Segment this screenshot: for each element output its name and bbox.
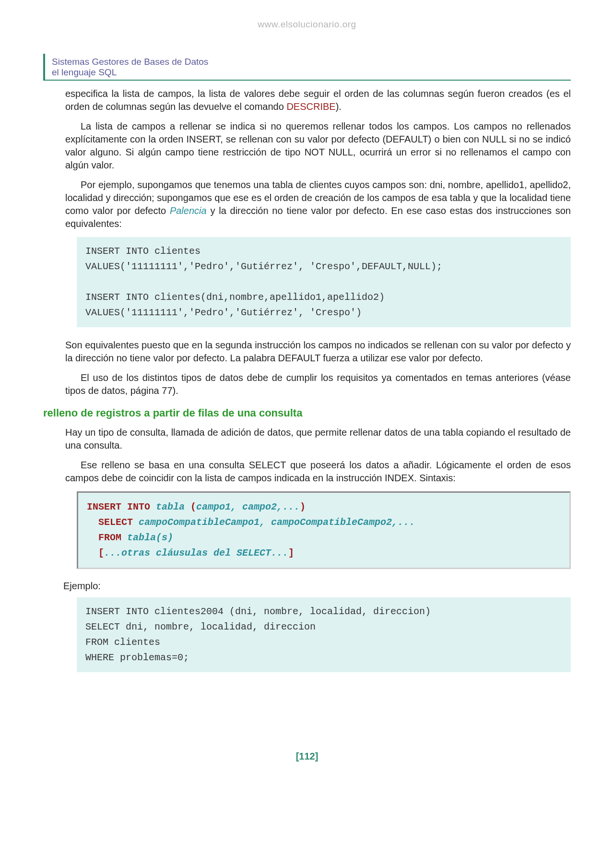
syntax-other-clauses: ...otras cláusulas del SELECT... <box>104 547 288 559</box>
page-content: especifica la lista de campos, la lista … <box>43 87 571 672</box>
header-title-1: Sistemas Gestores de Bases de Datos <box>52 57 571 67</box>
example-label: Ejemplo: <box>63 581 571 592</box>
syntax-select-fields: campoCompatibleCampo1, campoCompatibleCa… <box>133 517 415 528</box>
header-title-2: el lenguaje SQL <box>52 67 571 78</box>
paragraph-3: Por ejemplo, supongamos que tenemos una … <box>65 178 571 230</box>
syntax-block: INSERT INTO tabla (campo1, campo2,...) S… <box>77 491 571 569</box>
page-header: Sistemas Gestores de Bases de Datos el l… <box>43 54 571 81</box>
page-number: [112] <box>43 684 571 762</box>
text: ). <box>336 101 342 112</box>
paragraph-2: La lista de campos a rellenar se indica … <box>65 120 571 172</box>
kw-insert-into: INSERT INTO <box>87 501 150 512</box>
paragraph-7: Ese relleno se basa en una consulta SELE… <box>65 459 571 485</box>
code-example-1: INSERT INTO clientes VALUES('11111111','… <box>77 237 571 327</box>
kw-from: FROM <box>98 532 121 543</box>
paragraph-1: especifica la lista de campos, la lista … <box>65 87 571 113</box>
kw-select: SELECT <box>98 517 133 528</box>
punct-close: ) <box>300 501 306 512</box>
syntax-tabla: tabla <box>150 501 190 512</box>
keyword-palencia: Palencia <box>170 205 207 216</box>
syntax-from-tables: tabla(s) <box>121 532 173 543</box>
watermark-url: www.elsolucionario.org <box>43 19 571 54</box>
paragraph-6: Hay un tipo de consulta, llamada de adic… <box>65 426 571 452</box>
document-page: www.elsolucionario.org Sistemas Gestores… <box>0 0 614 791</box>
punct-bracket-open: [ <box>98 547 104 559</box>
keyword-describe: DESCRIBE <box>286 101 335 112</box>
punct-bracket-close: ] <box>288 547 294 559</box>
syntax-campos: campo1, campo2,... <box>196 501 300 512</box>
paragraph-5: El uso de los distintos tipos de datos d… <box>65 371 571 397</box>
punct-open: ( <box>190 501 196 512</box>
paragraph-4: Son equivalentes puesto que en la segund… <box>65 339 571 365</box>
section-heading: relleno de registros a partir de filas d… <box>43 407 571 419</box>
code-example-2: INSERT INTO clientes2004 (dni, nombre, l… <box>77 597 571 672</box>
